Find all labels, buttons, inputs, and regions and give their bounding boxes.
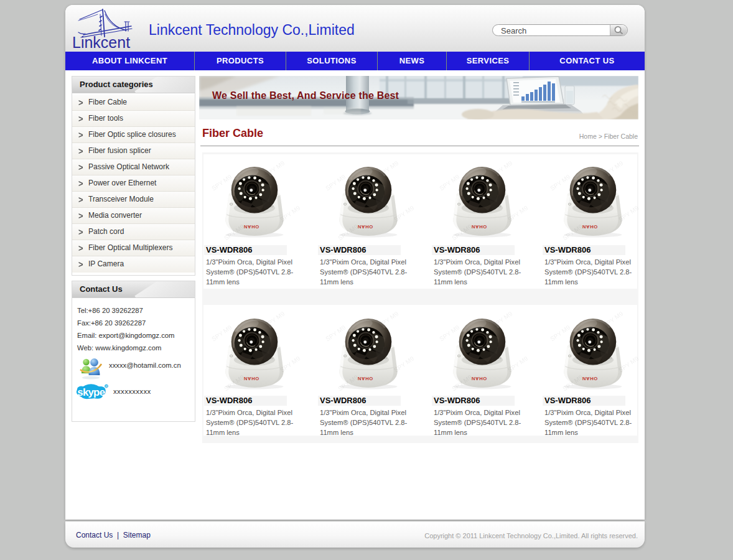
svg-text:R: R xyxy=(105,385,108,388)
svg-text:Linkcent: Linkcent xyxy=(72,34,130,51)
svg-text:skype: skype xyxy=(77,386,105,398)
